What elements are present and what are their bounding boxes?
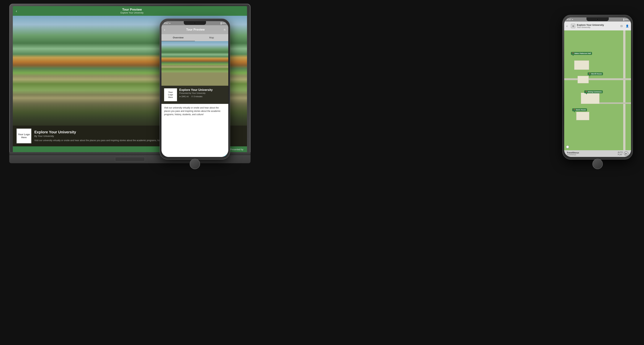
phone1-description: Visit our university virtually or onsite…: [162, 104, 228, 157]
autoplay-button[interactable]: AUTOPLAY ▶: [618, 151, 628, 156]
map-road-vertical: [623, 30, 626, 150]
phone1-device: AT&T ✦ 3:48 PM ▐ 56% ‹ Tour Preview ⎋ Ov…: [160, 18, 230, 160]
photo-icon: ▦: [571, 24, 575, 28]
tab-map[interactable]: Map: [195, 34, 228, 41]
map-building-4: [576, 112, 589, 120]
phone1-tour-info: YourLogoHere Explore Your University Pre…: [162, 86, 228, 104]
university-logo: Your Logo Here: [16, 129, 31, 143]
map-marker-davis[interactable]: 📍 Davis House: [572, 108, 587, 111]
cast-icon[interactable]: ⊡: [620, 24, 623, 27]
map-marker-baker[interactable]: 📍 Baker Patterson Hall: [571, 52, 592, 55]
phone2-battery: ▐ 58%: [623, 18, 628, 20]
phone1-share-button[interactable]: ⎋: [224, 28, 226, 31]
travelstorys-sub: TravelStorys: [567, 154, 579, 156]
travelstorys-name: TravelStorys: [567, 152, 579, 154]
marker-icon-3: 📍: [585, 91, 588, 93]
marker-icon-1: 📍: [572, 52, 574, 54]
map-marker-dining[interactable]: 📍 Dining Commons: [584, 90, 603, 93]
autoplay-label: AUTOPLAY: [618, 151, 623, 156]
laptop-app-title: Tour Preview: [20, 8, 244, 11]
phone2-camera: [597, 18, 598, 20]
phone1-carrier: AT&T ✦: [164, 22, 170, 24]
map-building-3: [581, 93, 600, 104]
tab-overview[interactable]: Overview: [162, 34, 195, 41]
phone1-notch: [184, 21, 206, 25]
phone1-app-bar: ‹ Tour Preview ⎋: [162, 25, 228, 34]
phone2-map[interactable]: 📍 Baker Patterson Hall 📍 Merrill House 📍…: [564, 30, 631, 150]
laptop-app-bar: ‹ Tour Preview Explore Your University: [13, 6, 247, 16]
phone1-app-title: Tour Preview: [167, 28, 224, 31]
marker-icon-2: 📍: [589, 73, 591, 75]
phone1-tour-details: Explore Your University Presented by You…: [179, 88, 226, 101]
laptop-trackpad: [115, 157, 145, 161]
play-icon[interactable]: ▶: [624, 151, 628, 156]
phone2-app-title: Explore Your University Your University: [577, 23, 619, 28]
map-marker-merrill[interactable]: 📍 Merrill House: [588, 72, 603, 75]
phone1-battery: ▐ 56%: [220, 22, 226, 24]
scene: ‹ Tour Preview Explore Your University Y: [0, 0, 644, 345]
phone1-tabs: Overview Map: [162, 34, 228, 41]
phone1-campus-photo: [162, 41, 228, 86]
phone2-app-bar: ‹ ▦ Explore Your University Your Univers…: [564, 21, 631, 30]
map-road-horizontal-1: [564, 78, 631, 80]
phone1-tour-title: Explore Your University: [179, 88, 226, 92]
phone2-body: AT&T ✦ 3:40 PM ▐ 58% ‹ ▦ Explore Your Un…: [562, 15, 633, 160]
phone1-body: AT&T ✦ 3:48 PM ▐ 56% ‹ Tour Preview ⎋ Ov…: [160, 18, 230, 160]
marker-icon-4: 📍: [573, 109, 575, 111]
map-dot-indicator: [566, 145, 569, 148]
laptop-app-subtitle: Explore Your University: [20, 11, 244, 14]
phone1-home-button[interactable]: [190, 159, 200, 169]
phone1-hero-image: [162, 41, 228, 86]
phone1-duration: ⏱ 0 minutes: [191, 95, 202, 98]
map-building-1: [574, 60, 589, 70]
phone1-back-button[interactable]: ‹: [164, 28, 165, 32]
phone1-screen: AT&T ✦ 3:48 PM ▐ 56% ‹ Tour Preview ⎋ Ov…: [162, 21, 228, 157]
phone2-home-button[interactable]: [592, 159, 603, 169]
phone1-university-logo: YourLogoHere: [164, 88, 177, 101]
phone1-distance: ➤ 1941 mi: [179, 95, 188, 98]
phone2-notch: [586, 17, 609, 21]
people-icon[interactable]: 👤: [626, 24, 629, 27]
phone2-screen: AT&T ✦ 3:40 PM ▐ 58% ‹ ▦ Explore Your Un…: [564, 17, 631, 157]
map-building-2: [578, 76, 589, 83]
clock-icon: ⏱: [191, 95, 193, 98]
phone2-bottom-bar: TravelStorys TravelStorys AUTOPLAY ▶: [564, 150, 631, 157]
phone2-device: AT&T ✦ 3:40 PM ▐ 58% ‹ ▦ Explore Your Un…: [562, 15, 633, 160]
map-background: 📍 Baker Patterson Hall 📍 Merrill House 📍…: [564, 30, 631, 150]
navigation-icon: ➤: [179, 95, 181, 98]
travelstorys-logo: TravelStorys TravelStorys: [567, 152, 579, 156]
laptop-back-button[interactable]: ‹: [16, 9, 17, 13]
laptop-title-area: Tour Preview Explore Your University: [20, 8, 244, 14]
phone2-back-button[interactable]: ‹: [566, 24, 568, 28]
phone2-carrier: AT&T ✦: [567, 18, 573, 20]
phone1-meta: ➤ 1941 mi ⏱ 0 minutes: [179, 95, 226, 98]
phone1-camera: [194, 22, 196, 24]
phone1-tour-by: Presented by Your University: [179, 92, 226, 94]
